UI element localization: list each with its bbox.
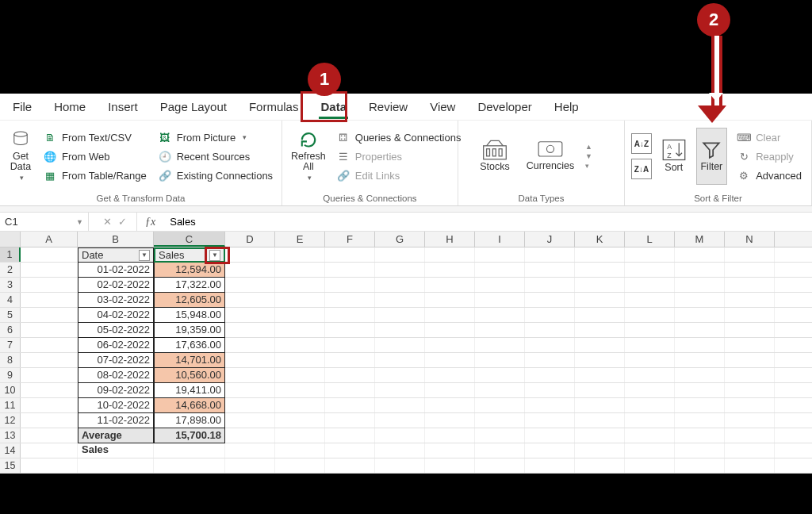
cell-blank[interactable] [425,458,475,473]
cell-C12-sales[interactable]: 17,898.00 [154,413,225,428]
cell-blank[interactable] [525,278,575,292]
row-header-2[interactable]: 2 [0,263,21,277]
cell-blank[interactable] [225,278,275,292]
cell-blank[interactable] [575,383,625,397]
cell-blank[interactable] [525,398,575,412]
cell-blank[interactable] [225,413,275,428]
cell-blank[interactable] [575,308,625,322]
column-header-E[interactable]: E [275,232,325,247]
cell-B15[interactable] [78,458,154,473]
tab-data[interactable]: Data [311,95,356,118]
cell-blank[interactable] [375,293,425,307]
scroll-down-icon[interactable]: ▼ [585,152,592,160]
cell-blank[interactable] [475,353,525,367]
cell-blank[interactable] [375,247,425,262]
cell-blank[interactable] [325,338,375,352]
cell-blank[interactable] [425,398,475,412]
cell-blank[interactable] [275,443,325,458]
cell-blank[interactable] [475,413,525,428]
cell-blank[interactable] [275,368,325,382]
cell-blank[interactable] [325,293,375,307]
cell-A14[interactable] [21,443,78,458]
row-header-4[interactable]: 4 [0,293,21,307]
cell-blank[interactable] [575,323,625,337]
cell-blank[interactable] [725,458,775,473]
cell-blank[interactable] [375,458,425,473]
cell-blank[interactable] [475,368,525,382]
cell-blank[interactable] [325,398,375,412]
cell-blank[interactable] [475,323,525,337]
cell-blank[interactable] [625,263,675,277]
cell-blank[interactable] [575,338,625,352]
cell-blank[interactable] [625,353,675,367]
cell-blank[interactable] [225,398,275,412]
cell-blank[interactable] [625,458,675,473]
cell-blank[interactable] [675,308,725,322]
cell-blank[interactable] [725,247,775,262]
cell-blank[interactable] [525,247,575,262]
cell-blank[interactable] [625,383,675,397]
cell-blank[interactable] [525,428,575,443]
cell-C10-sales[interactable]: 19,411.00 [154,383,225,398]
cell-blank[interactable] [475,443,525,458]
sort-desc-button[interactable]: Z↓A [631,159,652,179]
cell-blank[interactable] [275,278,325,292]
filter-button[interactable]: Filter [696,128,728,185]
cell-blank[interactable] [475,338,525,352]
cell-blank[interactable] [325,383,375,397]
cell-blank[interactable] [475,247,525,262]
cell-blank[interactable] [275,293,325,307]
cell-C14[interactable] [154,443,225,458]
column-header-A[interactable]: A [21,232,78,247]
tab-review[interactable]: Review [359,95,417,118]
queries-connections-button[interactable]: ⚃Queries & Connections [333,128,465,147]
cell-blank[interactable] [625,443,675,458]
cell-blank[interactable] [525,443,575,458]
cell-C7-sales[interactable]: 17,636.00 [154,338,225,353]
cell-blank[interactable] [325,308,375,322]
cell-blank[interactable] [425,263,475,277]
cell-blank[interactable] [375,368,425,382]
cell-C9-sales[interactable]: 10,560.00 [154,368,225,383]
cell-blank[interactable] [675,247,725,262]
row-header-8[interactable]: 8 [0,353,21,367]
cell-blank[interactable] [675,368,725,382]
cell-blank[interactable] [525,413,575,428]
cell-blank[interactable] [525,338,575,352]
cell-blank[interactable] [325,413,375,428]
cell-blank[interactable] [525,323,575,337]
filter-dropdown-sales[interactable]: ▼ [209,250,220,261]
cell-blank[interactable] [425,308,475,322]
cell-B7-date[interactable]: 06-02-2022 [78,338,154,353]
cell-blank[interactable] [625,323,675,337]
cell-blank[interactable] [625,368,675,382]
cell-blank[interactable] [225,458,275,473]
cell-blank[interactable] [275,263,325,277]
fx-icon[interactable]: ƒx [137,216,163,228]
cell-blank[interactable] [375,263,425,277]
cell-blank[interactable] [575,247,625,262]
enter-icon[interactable]: ✓ [118,216,127,228]
cell-blank[interactable] [575,398,625,412]
cell-B13-avg-label[interactable]: Average Sales [78,428,154,443]
cell-blank[interactable] [325,458,375,473]
cell-A1[interactable] [21,247,78,262]
cell-C15[interactable] [154,458,225,473]
cell-blank[interactable] [375,383,425,397]
cell-C1-sales-header[interactable]: Sales ▼ [154,247,225,263]
cell-blank[interactable] [275,247,325,262]
recent-sources-button[interactable]: 🕘Recent Sources [155,147,276,166]
cell-blank[interactable] [225,323,275,337]
cell-blank[interactable] [225,443,275,458]
cell-A10[interactable] [21,383,78,397]
cell-A5[interactable] [21,308,78,322]
cell-blank[interactable] [625,308,675,322]
cell-B4-date[interactable]: 03-02-2022 [78,293,154,308]
cell-blank[interactable] [375,353,425,367]
expand-icon[interactable]: ▾ [585,162,592,170]
column-header-H[interactable]: H [425,232,475,247]
cell-blank[interactable] [575,353,625,367]
cell-B5-date[interactable]: 04-02-2022 [78,308,154,323]
cell-blank[interactable] [375,428,425,443]
cell-A15[interactable] [21,458,78,473]
